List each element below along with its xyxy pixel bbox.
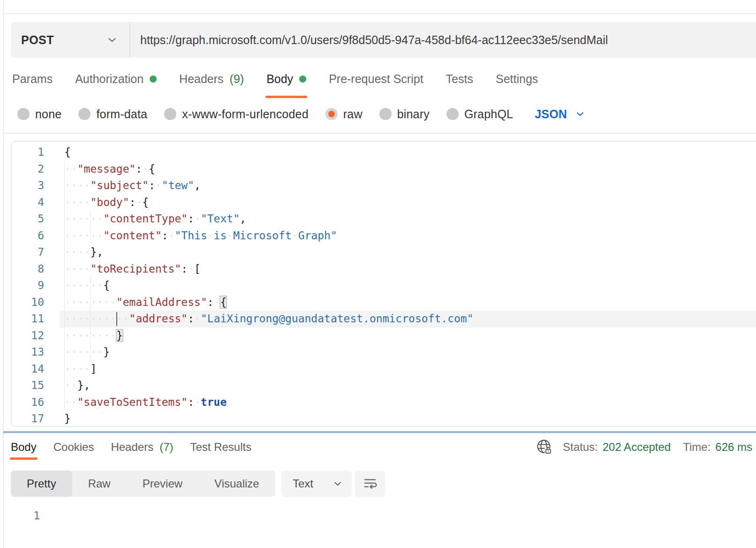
- code-line-4[interactable]: 4····"body":·{: [12, 194, 756, 211]
- code-line-10[interactable]: 10········"emailAddress":·{: [12, 294, 756, 311]
- line-number: 6: [12, 228, 44, 244]
- code-line-13[interactable]: 13······}: [12, 344, 756, 361]
- top-separator: [4, 13, 756, 14]
- response-format-dropdown[interactable]: Text: [281, 471, 352, 497]
- body-mode-options: noneform-datax-www-form-urlencodedrawbin…: [17, 104, 586, 124]
- response-tab-body[interactable]: Body: [11, 441, 37, 454]
- url-bar: POST https://graph.microsoft.com/v1.0/us…: [11, 22, 756, 58]
- body-mode-none[interactable]: none: [17, 107, 61, 121]
- radio-icon: [446, 108, 459, 120]
- radio-icon: [325, 108, 338, 120]
- tab-body[interactable]: Body: [266, 72, 306, 86]
- tab-headers[interactable]: Headers(9): [179, 72, 244, 86]
- line-number: 5: [12, 211, 44, 228]
- chevron-down-icon: [106, 34, 118, 46]
- code-text: ······"contentType":·"Text",: [64, 211, 246, 228]
- body-mode-form-data[interactable]: form-data: [78, 107, 147, 121]
- tab-settings[interactable]: Settings: [496, 72, 538, 86]
- code-line-3[interactable]: 3····"subject":·"tew",: [12, 177, 756, 194]
- code-line-6[interactable]: 6······"content":·"This·is·Microsoft·Gra…: [12, 228, 756, 244]
- wrap-text-icon: [363, 476, 378, 491]
- code-text: ····},: [64, 244, 103, 261]
- time-label: Time:: [683, 441, 711, 454]
- tab-label: Cookies: [53, 441, 94, 454]
- body-mode-label: binary: [397, 107, 430, 121]
- code-line-2[interactable]: 2··"message":·{: [12, 161, 756, 178]
- view-raw[interactable]: Raw: [72, 471, 127, 497]
- tab-label: Params: [12, 72, 53, 86]
- response-tab-cookies[interactable]: Cookies: [53, 441, 94, 454]
- language-dropdown[interactable]: JSON: [535, 107, 586, 121]
- line-number: 11: [12, 311, 44, 327]
- line-number: 4: [12, 194, 44, 211]
- body-mode-x-www-form-urlencoded[interactable]: x-www-form-urlencoded: [164, 107, 309, 121]
- body-mode-label: x-www-form-urlencoded: [182, 107, 309, 121]
- tab-params[interactable]: Params: [12, 72, 53, 86]
- request-body-editor[interactable]: 1{2··"message":·{3····"subject":·"tew",4…: [11, 141, 756, 427]
- radio-icon: [78, 108, 91, 120]
- code-line-11[interactable]: 11··········"address":·"LaiXingrong@guan…: [12, 311, 756, 327]
- code-line-1[interactable]: 1{: [12, 144, 756, 161]
- modified-dot-indicator: [150, 76, 157, 83]
- view-preview[interactable]: Preview: [127, 471, 198, 497]
- chevron-down-icon: [332, 478, 343, 489]
- response-view-switch: PrettyRawPreviewVisualize: [11, 471, 275, 497]
- modified-dot-indicator: [299, 76, 306, 83]
- body-mode-raw[interactable]: raw: [325, 107, 363, 121]
- view-pretty[interactable]: Pretty: [11, 471, 72, 497]
- code-text: ····"body":·{: [64, 194, 149, 211]
- tab-tests[interactable]: Tests: [446, 72, 473, 86]
- tab-count-badge: (7): [159, 441, 173, 454]
- radio-icon: [164, 108, 176, 120]
- line-number: 14: [12, 361, 44, 378]
- code-text: ····"subject":·"tew",: [64, 177, 201, 194]
- response-tab-headers[interactable]: Headers(7): [111, 441, 173, 454]
- line-number: 12: [12, 327, 44, 344]
- body-mode-binary[interactable]: binary: [379, 107, 430, 121]
- response-line-number: 1: [11, 510, 40, 522]
- code-line-7[interactable]: 7····},: [12, 244, 756, 261]
- tab-authorization[interactable]: Authorization: [75, 72, 157, 86]
- code-text: ··"message":·{: [64, 161, 155, 178]
- tab-pre-request-script[interactable]: Pre-request Script: [329, 72, 423, 86]
- tab-label: Body: [11, 441, 37, 454]
- code-text: ··········"address":·"LaiXingrong@guanda…: [64, 311, 474, 327]
- pane-splitter[interactable]: [3, 431, 756, 433]
- line-number: 2: [12, 161, 44, 178]
- line-number: 3: [12, 177, 44, 194]
- code-line-5[interactable]: 5······"contentType":·"Text",: [12, 211, 756, 228]
- code-line-16[interactable]: 16··"saveToSentItems":·true: [12, 394, 756, 411]
- line-number: 9: [12, 277, 44, 294]
- network-globe-icon[interactable]: [536, 438, 553, 456]
- body-mode-label: raw: [343, 107, 363, 121]
- url-input[interactable]: https://graph.microsoft.com/v1.0/users/9…: [130, 33, 608, 47]
- status-label: Status:: [563, 441, 598, 454]
- code-line-15[interactable]: 15··},: [12, 377, 756, 394]
- code-text: }: [64, 411, 71, 427]
- code-line-12[interactable]: 12········}: [12, 327, 756, 344]
- code-text: ··},: [64, 377, 90, 394]
- code-text: ··"saveToSentItems":·true: [64, 394, 227, 411]
- code-text: ······{: [64, 277, 110, 294]
- tab-label: Authorization: [75, 72, 144, 86]
- code-text: ······"content":·"This·is·Microsoft·Grap…: [64, 228, 337, 244]
- view-visualize[interactable]: Visualize: [198, 471, 275, 497]
- code-line-17[interactable]: 17}: [12, 411, 756, 427]
- response-tab-test-results[interactable]: Test Results: [190, 441, 251, 454]
- code-text: {: [64, 144, 71, 161]
- wrap-text-button[interactable]: [355, 471, 385, 497]
- code-text: ····"toRecipients":·[: [64, 261, 201, 278]
- status-value: 202 Accepted: [603, 441, 671, 454]
- code-line-14[interactable]: 14····]: [12, 361, 756, 378]
- method-selector[interactable]: POST: [11, 22, 129, 58]
- line-number: 17: [12, 411, 44, 427]
- code-line-9[interactable]: 9······{: [12, 277, 756, 294]
- tab-label: Headers: [111, 441, 153, 454]
- tab-count-badge: (9): [230, 72, 244, 86]
- code-line-8[interactable]: 8····"toRecipients":·[: [12, 261, 756, 278]
- line-number: 7: [12, 244, 44, 261]
- code-text: ········"emailAddress":·{: [64, 294, 227, 311]
- response-tabs: BodyCookiesHeaders(7)Test Results: [11, 440, 251, 454]
- tab-label: Test Results: [190, 441, 251, 454]
- body-mode-GraphQL[interactable]: GraphQL: [446, 107, 513, 121]
